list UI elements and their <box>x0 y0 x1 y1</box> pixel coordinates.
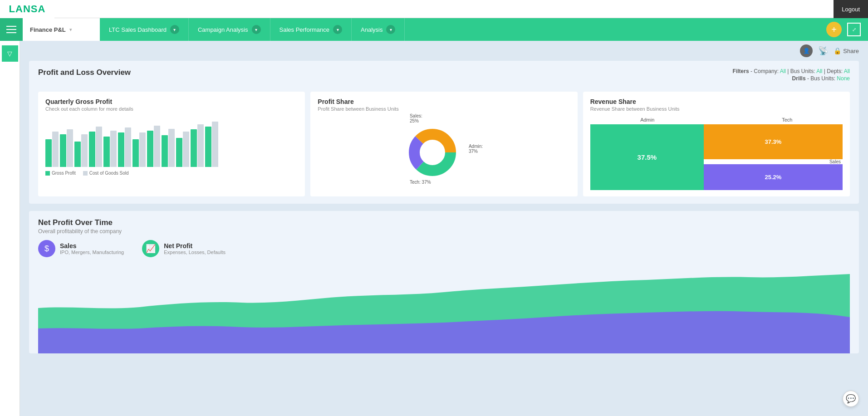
nav-tab-analysis[interactable]: Analysis ▾ <box>352 18 405 41</box>
nav-tab-sales-arrow: ▾ <box>333 25 342 34</box>
hamburger-line-2 <box>6 29 16 30</box>
bar-group <box>132 132 146 167</box>
left-sidebar: ▽ <box>0 41 20 416</box>
cogs-bar <box>96 127 102 167</box>
treemap-admin-label: Admin <box>640 117 654 122</box>
gross-bar <box>205 127 211 167</box>
filter-button[interactable]: ▽ <box>2 45 18 62</box>
net-profit-title: Net Profit Over Time <box>38 218 850 227</box>
profit-share-title: Profit Share <box>318 98 570 105</box>
nav-tabs: LTC Sales Dashboard ▾ Campaign Analysis … <box>100 18 826 41</box>
drills-line: Drills - Bus Units: None <box>733 75 850 82</box>
main-layout: ▽ 👤 📡 🔒 Share Profit and Loss Overview F… <box>0 41 868 416</box>
np-legend-profit-text: Net Profit Expenses, Losses, Defaults <box>164 242 226 255</box>
lansa-logo: LANSA <box>0 0 54 18</box>
gross-bar <box>89 132 95 167</box>
area-chart-svg <box>38 263 850 353</box>
area-chart <box>38 263 850 353</box>
donut-chart <box>405 125 460 180</box>
nav-tab-analysis-label: Analysis <box>361 26 383 33</box>
expand-button[interactable]: ⤢ <box>847 23 861 36</box>
bus-units-filter[interactable]: All <box>816 68 822 74</box>
nav-tab-campaign-arrow: ▾ <box>252 25 261 34</box>
nav-tab-sales[interactable]: Sales Performance ▾ <box>270 18 352 41</box>
gross-bar <box>60 134 66 167</box>
gross-bar <box>103 137 110 167</box>
profit-share-panel: Profit Share Profit Share between Busine… <box>310 92 577 196</box>
net-profit-subtitle: Overall profitability of the company <box>38 228 850 235</box>
cogs-bar <box>154 126 160 167</box>
legend-gross-label: Gross Profit <box>52 171 76 176</box>
cogs-bar <box>125 127 131 167</box>
card-title: Profit and Loss Overview <box>38 68 131 77</box>
chat-bubble[interactable]: 💬 <box>843 391 859 407</box>
hamburger-line-1 <box>6 26 16 27</box>
bar-chart <box>45 117 298 167</box>
cogs-bar <box>168 129 175 167</box>
nav-tab-ltc-label: LTC Sales Dashboard <box>109 26 167 33</box>
revenue-share-title: Revenue Share <box>590 98 843 105</box>
add-button[interactable]: + <box>826 22 842 37</box>
cogs-bar <box>110 131 117 167</box>
cogs-bar <box>183 132 189 167</box>
drills-bus-units-filter[interactable]: None <box>837 75 850 82</box>
donut-container: Sales:25% Tech: 37% <box>318 117 570 181</box>
nav-actions: + ⤢ <box>826 22 868 37</box>
finance-tab-arrow: ▾ <box>69 27 72 33</box>
lansa-logo-text: LANSA <box>9 3 46 15</box>
gross-bar <box>118 132 124 167</box>
legend-gross-dot <box>45 171 50 176</box>
logout-button[interactable]: Logout <box>834 0 868 18</box>
treemap-admin-cell: 37.5% <box>590 124 704 190</box>
cogs-bar <box>67 129 73 167</box>
rss-icon: 📡 <box>818 46 828 56</box>
gross-bar <box>147 131 153 167</box>
treemap-sales-cell: 25.2% <box>704 164 843 190</box>
quarterly-chart-panel: Quarterly Gross Profit Check out each co… <box>38 92 305 196</box>
content-area: 👤 📡 🔒 Share Profit and Loss Overview Fil… <box>20 41 868 416</box>
treemap: 37.5% 37.3% Sales 25.2% <box>590 124 843 190</box>
nav-bar: Finance P&L ▾ LTC Sales Dashboard ▾ Camp… <box>0 18 868 41</box>
chart-legend: Gross Profit Cost of Goods Sold <box>45 171 298 176</box>
gross-bar <box>74 142 81 167</box>
hamburger-button[interactable] <box>0 18 23 41</box>
tech-label: Tech: 37% <box>410 180 431 185</box>
nav-tab-campaign[interactable]: Campaign Analysis ▾ <box>189 18 270 41</box>
bar-group <box>191 124 204 167</box>
sales-label: Sales:25% <box>410 113 422 123</box>
finance-tab[interactable]: Finance P&L ▾ <box>23 18 100 41</box>
svg-point-3 <box>422 142 443 163</box>
company-filter[interactable]: All <box>780 68 786 74</box>
gross-bar <box>191 129 197 167</box>
bar-group <box>118 127 131 167</box>
charts-row: Quarterly Gross Profit Check out each co… <box>38 92 850 196</box>
depts-filter[interactable]: All <box>844 68 850 74</box>
bar-group <box>162 129 175 167</box>
treemap-col-left: 37.5% <box>590 124 704 190</box>
treemap-col-right: 37.3% Sales 25.2% <box>704 124 843 190</box>
filters-line: Filters - Company: All | Bus Units: All … <box>733 68 850 74</box>
bar-group <box>103 131 117 167</box>
nav-tab-ltc[interactable]: LTC Sales Dashboard ▾ <box>100 18 189 41</box>
profit-share-subtitle: Profit Share between Business Units <box>318 106 570 112</box>
revenue-share-panel: Revenue Share Revenue Share between Busi… <box>583 92 850 196</box>
depts-sep: | Depts: <box>824 68 844 74</box>
bar-group <box>60 129 73 167</box>
filter-icon: ▽ <box>7 50 12 57</box>
gross-bar <box>162 135 168 167</box>
hamburger-line-3 <box>6 32 16 33</box>
nav-tab-ltc-arrow: ▾ <box>170 25 179 34</box>
np-profit-desc: Expenses, Losses, Defaults <box>164 250 226 255</box>
share-button[interactable]: 🔒 Share <box>834 47 859 54</box>
nav-tab-campaign-label: Campaign Analysis <box>198 26 248 33</box>
lock-icon: 🔒 <box>834 47 841 54</box>
np-profit-label: Net Profit <box>164 242 226 250</box>
cogs-bar <box>197 124 204 167</box>
content-top-bar: 👤 📡 🔒 Share <box>20 41 868 61</box>
legend-cogs: Cost of Goods Sold <box>83 171 129 176</box>
legend-gross: Gross Profit <box>45 171 76 176</box>
treemap-tech-label: Tech <box>782 117 792 122</box>
treemap-sales-label: Sales <box>704 159 843 164</box>
bus-units-sep: | Bus Units: <box>787 68 816 74</box>
nav-tab-analysis-arrow: ▾ <box>386 25 395 34</box>
